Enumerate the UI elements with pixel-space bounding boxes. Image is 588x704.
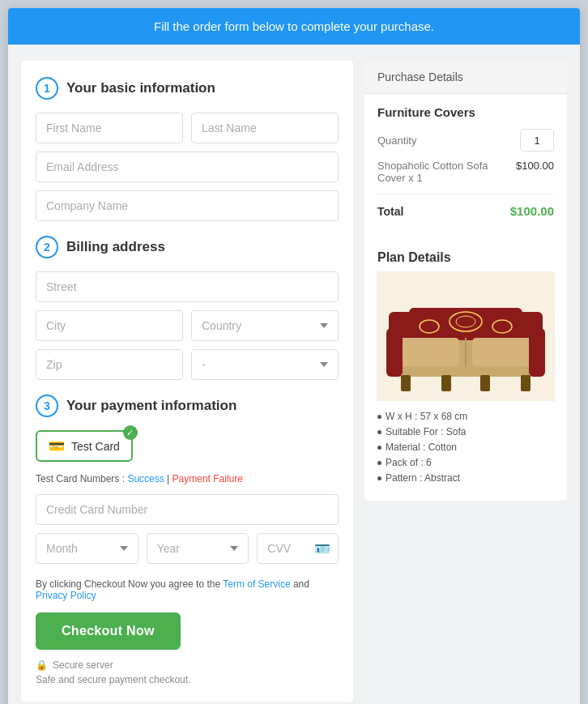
card-option[interactable]: ✓ 💳 Test Card	[36, 430, 133, 462]
name-row	[36, 113, 339, 143]
product-title: Furniture Covers	[377, 105, 554, 119]
section1-title: Your basic information	[66, 80, 215, 96]
company-row	[36, 190, 339, 221]
svg-rect-9	[401, 375, 411, 391]
checkout-button[interactable]: Checkout Now	[36, 612, 181, 650]
svg-rect-6	[472, 338, 537, 366]
top-banner: Fill the order form below to complete yo…	[8, 8, 580, 45]
street-input[interactable]	[36, 271, 339, 302]
plan-features: W x H : 57 x 68 cm Suitable For : Sofa M…	[364, 411, 567, 501]
checkout-row: Checkout Now	[36, 612, 339, 659]
feature-item: Pack of : 6	[377, 457, 554, 468]
svg-rect-7	[386, 328, 403, 377]
payment-details-row: Month Year 🪪	[36, 533, 339, 564]
item-price: $100.00	[516, 160, 554, 172]
card-label: Test Card	[71, 440, 120, 453]
city-country-row: Country	[36, 310, 339, 341]
last-name-input[interactable]	[191, 113, 339, 143]
first-name-input[interactable]	[36, 113, 183, 143]
city-input[interactable]	[36, 310, 183, 341]
section2-title: Billing address	[66, 239, 165, 255]
total-label: Total	[377, 205, 403, 218]
test-card-failure-link[interactable]: Payment Failure	[173, 473, 243, 484]
total-price: $100.00	[510, 204, 554, 218]
secure-desc: Safe and secure payment checkout.	[36, 674, 339, 685]
section3-header: 3 Your payment information	[36, 395, 339, 417]
main-content: 1 Your basic information 2 Billing addre…	[8, 45, 580, 704]
agree-middle: and	[293, 578, 309, 590]
right-panel: Purchase Details Furniture Covers Quanti…	[364, 61, 567, 501]
street-row	[36, 271, 339, 302]
svg-rect-11	[480, 375, 490, 391]
state-select[interactable]: -	[191, 349, 339, 380]
sofa-image	[364, 271, 567, 401]
credit-card-icon: 💳	[49, 438, 65, 454]
secure-label: Secure server	[53, 659, 113, 671]
tos-link[interactable]: Term of Service	[223, 578, 290, 590]
feature-item: Suitable For : Sofa	[377, 426, 554, 437]
feature-item: W x H : 57 x 68 cm	[377, 411, 554, 422]
email-input[interactable]	[36, 151, 339, 182]
banner-text: Fill the order form below to complete yo…	[154, 19, 434, 33]
cvv-icon: 🪪	[314, 541, 330, 557]
section2-number: 2	[36, 236, 58, 258]
cc-number-row	[36, 494, 339, 525]
privacy-link[interactable]: Privacy Policy	[36, 590, 96, 601]
cc-number-input[interactable]	[36, 494, 339, 525]
section3-number: 3	[36, 395, 58, 417]
agree-prefix: By clicking Checkout Now you agree to th…	[36, 578, 223, 590]
svg-rect-12	[521, 375, 530, 391]
purchase-body: Furniture Covers Quantity 1 Shopaholic C…	[364, 94, 567, 242]
svg-rect-5	[394, 338, 459, 366]
left-panel: 1 Your basic information 2 Billing addre…	[21, 61, 353, 702]
quantity-label: Quantity	[377, 134, 416, 147]
plan-details-title: Plan Details	[364, 242, 567, 271]
purchase-details-header: Purchase Details	[364, 61, 567, 94]
item-row: Shopaholic Cotton Sofa Cover x 1 $100.00	[377, 160, 554, 194]
item-name: Shopaholic Cotton Sofa Cover x 1	[377, 160, 491, 184]
year-select[interactable]: Year	[147, 533, 249, 564]
test-card-prefix: Test Card Numbers :	[36, 473, 127, 484]
feature-item: Material : Cotton	[377, 442, 554, 453]
total-row: Total $100.00	[377, 204, 554, 218]
svg-rect-10	[441, 375, 451, 391]
card-check-icon: ✓	[123, 425, 138, 440]
agree-text: By clicking Checkout Now you agree to th…	[36, 578, 339, 601]
test-card-info: Test Card Numbers : Success | Payment Fa…	[36, 473, 339, 484]
section2-header: 2 Billing address	[36, 236, 339, 258]
svg-rect-2	[409, 308, 522, 340]
test-card-success-link[interactable]: Success	[127, 473, 164, 484]
section1-header: 1 Your basic information	[36, 77, 339, 100]
zip-input[interactable]	[36, 349, 183, 380]
quantity-row: Quantity 1	[377, 129, 554, 151]
month-select[interactable]: Month	[36, 533, 138, 564]
feature-item: Pattern : Abstract	[377, 472, 554, 484]
cvv-wrapper: 🪪	[257, 533, 339, 564]
lock-icon: 🔒	[36, 659, 48, 671]
section1-number: 1	[36, 77, 58, 100]
country-select[interactable]: Country	[191, 310, 339, 341]
zip-state-row: -	[36, 349, 339, 380]
svg-rect-8	[529, 328, 545, 377]
company-input[interactable]	[36, 190, 339, 221]
page-wrapper: Fill the order form below to complete yo…	[8, 8, 580, 704]
email-row	[36, 151, 339, 182]
section3-title: Your payment information	[66, 398, 236, 414]
quantity-value: 1	[520, 129, 554, 151]
secure-info: 🔒 Secure server	[36, 659, 339, 671]
